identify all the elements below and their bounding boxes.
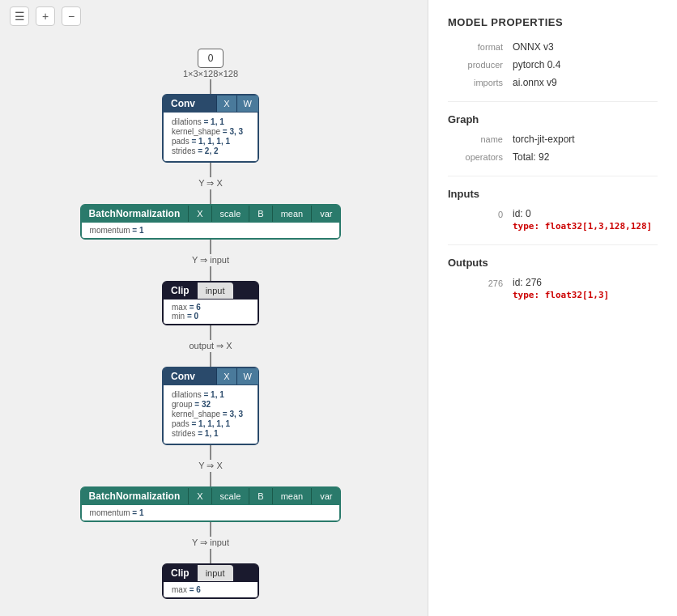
bn1-port-x: X — [188, 206, 211, 222]
graph-canvas[interactable]: 0 1×3×128×128 Conv X W dilations = 1, 1 … — [0, 0, 428, 616]
panel-title: MODEL PROPERTIES — [448, 16, 658, 28]
vline-5 — [210, 266, 211, 281]
clip2-title: Clip — [163, 564, 198, 582]
bn2-header: BatchNormalization X scale B mean var — [81, 487, 341, 505]
conv1-port-w: W — [236, 96, 258, 112]
bn1-body: momentum = 1 — [81, 223, 341, 239]
bn2-title: BatchNormalization — [81, 487, 189, 505]
bn2-body: momentum = 1 — [81, 505, 341, 521]
bn2-port-x: X — [188, 488, 211, 504]
vline-3 — [210, 189, 211, 204]
output-276-type: type: float32[1,3] — [513, 290, 609, 300]
producer-key: producer — [448, 60, 513, 70]
vline-10 — [210, 522, 211, 537]
clip1-out-label: output ⇒ X — [189, 341, 232, 351]
vline-8 — [210, 445, 211, 460]
bn1-port-var: var — [311, 206, 340, 222]
bn1-port-b: B — [249, 206, 271, 222]
graph-panel: ☰ + − 0 1×3×128×128 Conv X W — [0, 0, 428, 616]
outputs-section-title: Outputs — [448, 244, 658, 269]
conv-node-2[interactable]: Conv X W dilations = 1, 1 group = 32 ker… — [162, 367, 259, 445]
clip2-port: input — [198, 565, 233, 581]
zoom-out-button[interactable]: − — [62, 6, 81, 26]
vline-2 — [210, 163, 211, 177]
conv1-header: Conv X W — [163, 95, 258, 113]
operators-key: operators — [448, 152, 513, 162]
bn2-port-var: var — [311, 488, 340, 504]
clip1-title: Clip — [163, 282, 198, 300]
operators-row: operators Total: 92 — [448, 151, 658, 163]
bn1-title: BatchNormalization — [81, 205, 189, 223]
output-276-info: id: 276 type: float32[1,3] — [513, 277, 609, 300]
conv1-title: Conv — [163, 95, 216, 113]
conv2-title: Conv — [163, 367, 216, 385]
conv2-port-x: X — [216, 368, 236, 384]
clip1-port: input — [198, 283, 233, 299]
vline-4 — [210, 240, 211, 254]
clip2-header: Clip input — [163, 564, 258, 582]
input-0-info: id: 0 type: float32[1,3,128,128] — [513, 208, 652, 232]
clip1-body: max = 6 min = 0 — [163, 300, 258, 325]
zoom-out-icon: − — [68, 10, 75, 23]
conv2-port-w: W — [236, 368, 258, 384]
name-key: name — [448, 134, 513, 144]
input-node-id: 0 — [208, 53, 214, 64]
output-276-id-label: id: 276 — [513, 277, 609, 288]
menu-icon: ☰ — [15, 10, 25, 23]
bn2-port-b: B — [249, 488, 271, 504]
conv1-out-label: Y ⇒ X — [198, 178, 223, 189]
bn-node-2[interactable]: BatchNormalization X scale B mean var mo… — [80, 486, 342, 522]
name-val: torch-jit-export — [513, 134, 575, 145]
bn1-port-scale: scale — [211, 206, 249, 222]
clip-node-1[interactable]: Clip input max = 6 min = 0 — [162, 281, 259, 325]
format-val: ONNX v3 — [513, 41, 554, 53]
bn1-header: BatchNormalization X scale B mean var — [81, 205, 341, 223]
vline-7 — [210, 352, 211, 367]
producer-val: pytorch 0.4 — [513, 59, 560, 70]
graph-content: 0 1×3×128×128 Conv X W dilations = 1, 1 … — [0, 0, 421, 616]
bn-node-1[interactable]: BatchNormalization X scale B mean var mo… — [80, 204, 342, 240]
toolbar: ☰ + − — [10, 6, 81, 26]
vline-11 — [210, 549, 211, 563]
conv2-header: Conv X W — [163, 367, 258, 385]
input-node-container: 0 1×3×128×128 — [0, 49, 421, 79]
bn1-port-mean: mean — [272, 206, 312, 222]
input-0-type: type: float32[1,3,128,128] — [513, 221, 652, 232]
vline-1 — [210, 79, 211, 94]
conv2-out-label: Y ⇒ X — [198, 461, 223, 471]
zoom-in-icon: + — [42, 10, 49, 23]
bn1-out-label: Y ⇒ input — [192, 255, 229, 266]
bn2-out-label: Y ⇒ input — [192, 537, 229, 548]
imports-row: imports ai.onnx v9 — [448, 77, 658, 88]
vline-6 — [210, 325, 211, 340]
vline-9 — [210, 472, 211, 486]
operators-val: Total: 92 — [513, 151, 549, 163]
clip1-header: Clip input — [163, 282, 258, 300]
conv1-port-x: X — [216, 96, 236, 112]
output-276-id-key: 276 — [448, 277, 513, 288]
properties-panel: MODEL PROPERTIES format ONNX v3 producer… — [428, 0, 677, 616]
zoom-in-button[interactable]: + — [36, 6, 55, 26]
clip-node-2[interactable]: Clip input max = 6 — [162, 563, 259, 599]
producer-row: producer pytorch 0.4 — [448, 59, 658, 70]
graph-section-title: Graph — [448, 101, 658, 125]
output-276-row: 276 id: 276 type: float32[1,3] — [448, 277, 658, 300]
input-node[interactable]: 0 — [198, 49, 224, 68]
input-0-id-key: 0 — [448, 208, 513, 219]
input-0-row: 0 id: 0 type: float32[1,3,128,128] — [448, 208, 658, 232]
conv1-body: dilations = 1, 1 kernel_shape = 3, 3 pad… — [163, 113, 258, 162]
inputs-section-title: Inputs — [448, 176, 658, 200]
bn2-port-mean: mean — [272, 488, 312, 504]
menu-button[interactable]: ☰ — [10, 6, 29, 26]
conv-node-1[interactable]: Conv X W dilations = 1, 1 kernel_shape =… — [162, 94, 259, 163]
imports-key: imports — [448, 78, 513, 87]
bn2-port-scale: scale — [211, 488, 249, 504]
imports-val: ai.onnx v9 — [513, 77, 557, 88]
format-row: format ONNX v3 — [448, 41, 658, 53]
clip2-body: max = 6 — [163, 582, 258, 598]
input-shape-label: 1×3×128×128 — [183, 69, 238, 79]
input-0-id-label: id: 0 — [513, 208, 652, 219]
name-row: name torch-jit-export — [448, 134, 658, 145]
format-key: format — [448, 42, 513, 52]
conv2-body: dilations = 1, 1 group = 32 kernel_shape… — [163, 385, 258, 444]
